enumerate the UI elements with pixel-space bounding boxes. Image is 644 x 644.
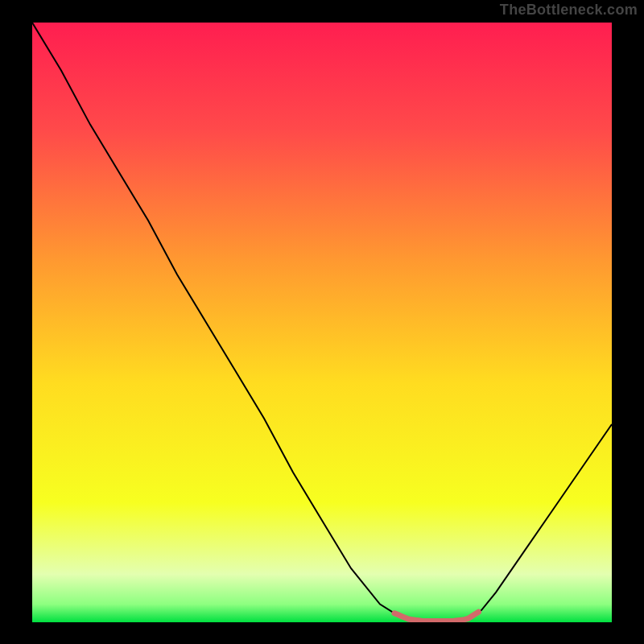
watermark-text: TheBottleneck.com <box>500 2 638 19</box>
gradient-background <box>32 23 612 622</box>
chart-frame: TheBottleneck.com <box>0 0 644 644</box>
bottleneck-chart <box>32 23 612 622</box>
plot-area <box>32 23 612 622</box>
